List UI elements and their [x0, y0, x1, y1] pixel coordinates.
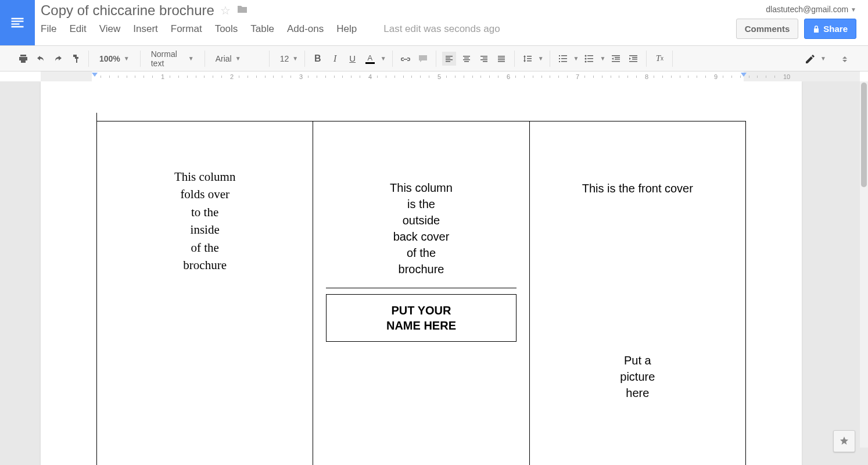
caret-down-icon[interactable]: ▼: [600, 55, 605, 62]
menu-tools[interactable]: Tools: [215, 23, 238, 35]
undo-icon[interactable]: [34, 52, 48, 66]
hide-menus-icon[interactable]: [838, 52, 852, 66]
comments-button[interactable]: Comments: [736, 19, 799, 39]
style-value: Normal text: [151, 49, 185, 68]
ruler-number: 1: [161, 73, 164, 80]
menu-addons[interactable]: Add-ons: [287, 23, 324, 35]
user-email[interactable]: dlastutech@gmail.com ▼: [766, 5, 856, 14]
caret-down-icon[interactable]: ▼: [538, 55, 544, 62]
share-label: Share: [823, 24, 848, 34]
zoom-select[interactable]: 100%▼: [95, 54, 134, 63]
caret-down-icon[interactable]: ▼: [381, 55, 386, 62]
comment-icon[interactable]: [416, 52, 430, 66]
zoom-value: 100%: [99, 54, 120, 63]
align-center-icon[interactable]: [460, 52, 474, 66]
ruler-number: 3: [299, 73, 303, 80]
clear-formatting-icon[interactable]: Tx: [652, 52, 666, 66]
line-spacing-icon[interactable]: [521, 52, 535, 66]
ruler[interactable]: 12345678910: [0, 71, 868, 82]
caret-down-icon: ▼: [292, 55, 298, 62]
ruler-left-marker[interactable]: [92, 73, 98, 77]
ruler-number: 5: [437, 73, 441, 80]
document-canvas[interactable]: This columnfolds overto theinsideof theb…: [0, 81, 868, 82]
print-icon[interactable]: [16, 52, 30, 66]
menubar: File Edit View Insert Format Tools Table…: [41, 19, 719, 35]
ruler-right-marker[interactable]: [741, 73, 747, 77]
vertical-scrollbar[interactable]: [860, 81, 868, 82]
menu-help[interactable]: Help: [336, 23, 357, 35]
font-size-value: 12: [280, 54, 289, 63]
caret-down-icon: ▼: [235, 55, 241, 62]
link-icon[interactable]: [399, 52, 413, 66]
toolbar: 100%▼ Normal text▼ Arial▼ 12▼ B I U A ▼ …: [0, 46, 868, 71]
bulleted-list-icon[interactable]: [582, 52, 596, 66]
ruler-number: 9: [714, 73, 718, 80]
docs-icon: [9, 15, 26, 31]
caret-down-icon[interactable]: ▼: [573, 55, 579, 62]
align-right-icon[interactable]: [477, 52, 491, 66]
menu-insert[interactable]: Insert: [133, 23, 158, 35]
title-area: Copy of chiccarine brochure ☆ File Edit …: [35, 0, 724, 35]
svg-point-1: [585, 58, 587, 59]
menu-table[interactable]: Table: [250, 23, 274, 35]
style-select[interactable]: Normal text▼: [146, 49, 199, 68]
lock-icon: [813, 25, 820, 33]
menu-edit[interactable]: Edit: [69, 23, 86, 35]
underline-icon[interactable]: U: [346, 52, 360, 66]
document-title[interactable]: Copy of chiccarine brochure: [41, 2, 214, 19]
folder-icon[interactable]: [236, 5, 248, 17]
editing-mode-icon[interactable]: [803, 52, 817, 66]
page[interactable]: This columnfolds overto theinsideof theb…: [41, 81, 802, 82]
last-edit-text[interactable]: Last edit was seconds ago: [383, 23, 500, 35]
caret-down-icon: ▼: [851, 6, 856, 13]
numbered-list-icon[interactable]: [556, 52, 570, 66]
menu-file[interactable]: File: [41, 23, 56, 35]
ruler-number: 8: [645, 73, 648, 80]
caret-down-icon: ▼: [188, 55, 194, 62]
font-select[interactable]: Arial▼: [211, 54, 263, 63]
ruler-number: 4: [368, 73, 372, 80]
redo-icon[interactable]: [51, 52, 65, 66]
caret-down-icon[interactable]: ▼: [820, 55, 826, 62]
bold-icon[interactable]: B: [311, 52, 325, 66]
share-button[interactable]: Share: [804, 19, 856, 39]
ruler-number: 10: [783, 73, 790, 80]
user-email-text: dlastutech@gmail.com: [766, 5, 848, 14]
align-justify-icon[interactable]: [494, 52, 508, 66]
decrease-indent-icon[interactable]: [609, 52, 623, 66]
italic-icon[interactable]: I: [328, 52, 342, 66]
align-left-icon[interactable]: [442, 52, 456, 66]
ruler-number: 2: [230, 73, 234, 80]
menu-view[interactable]: View: [99, 23, 121, 35]
svg-point-2: [585, 60, 587, 62]
paint-format-icon[interactable]: [69, 52, 83, 66]
ruler-number: 6: [507, 73, 510, 80]
star-icon[interactable]: ☆: [220, 3, 231, 17]
text-color-icon[interactable]: A: [363, 52, 377, 66]
font-value: Arial: [216, 54, 232, 63]
docs-logo[interactable]: [0, 0, 35, 45]
font-size-select[interactable]: 12▼: [275, 54, 299, 63]
svg-point-0: [585, 55, 587, 56]
increase-indent-icon[interactable]: [626, 52, 640, 66]
header: Copy of chiccarine brochure ☆ File Edit …: [0, 0, 868, 46]
menu-format[interactable]: Format: [171, 23, 202, 35]
ruler-number: 7: [576, 73, 579, 80]
header-right: dlastutech@gmail.com ▼ Comments Share: [724, 0, 868, 44]
caret-down-icon: ▼: [124, 55, 130, 62]
